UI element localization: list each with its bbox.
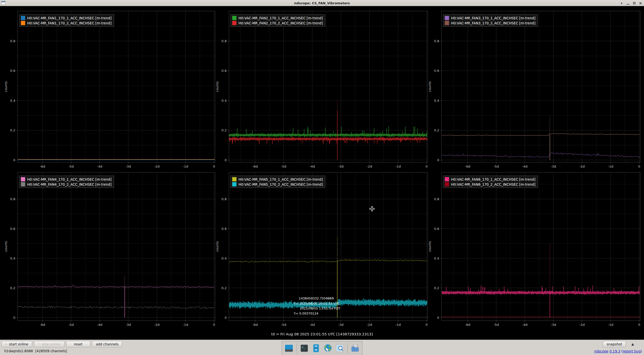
series-trace bbox=[18, 285, 214, 288]
svg-text:>_: >_ bbox=[302, 346, 305, 349]
plot-fan2[interactable]: 00.20.40.60.8-6d-5d-4d-3d-2d-1d0counts bbox=[215, 11, 428, 168]
add-channels-button[interactable]: add channels bbox=[92, 341, 122, 347]
y-axis-label: counts bbox=[428, 81, 432, 92]
y-tick-label: 0 bbox=[437, 158, 439, 162]
ndscope-window: ndscope: CS_FAN_Vibrometers ∧ × 00.20.40… bbox=[0, 0, 644, 355]
x-tick-label: -4d bbox=[97, 323, 102, 327]
file-cabinet-icon[interactable] bbox=[311, 343, 321, 353]
x-tick-label: -4d bbox=[522, 323, 528, 327]
series-trace bbox=[442, 285, 639, 295]
gridlines-major bbox=[18, 172, 215, 321]
y-tick-label: 0.8 bbox=[434, 197, 439, 201]
x-tick-label: 0 bbox=[213, 323, 215, 327]
panel-collapse-arrow-icon[interactable]: ▲ bbox=[631, 342, 634, 346]
x-tick-label: -2d bbox=[579, 323, 585, 327]
y-tick-label: 0.2 bbox=[434, 286, 439, 290]
version-line: ndscope 0.19.3 (report bug) bbox=[594, 349, 642, 353]
axis-labels: 00.20.40.60.8-6d-5d-4d-3d-2d-1d0counts bbox=[4, 39, 215, 168]
x-tick-label: -4d bbox=[310, 165, 315, 168]
plot-fan3[interactable]: 00.20.40.60.8-6d-5d-4d-3d-2d-1d0counts bbox=[428, 11, 640, 168]
plot-fan1[interactable]: 00.20.40.60.8-6d-5d-4d-3d-2d-1d0counts bbox=[4, 11, 215, 168]
series-trace bbox=[229, 126, 427, 137]
axis-labels: 00.20.40.60.8-6d-5d-4d-3d-2d-1d0counts bbox=[428, 197, 640, 327]
taskbar-separator bbox=[347, 343, 348, 353]
server-address: h1daqnds1:8088 bbox=[4, 349, 33, 353]
x-tick-label: 0 bbox=[213, 165, 215, 168]
gridlines-minor bbox=[441, 11, 640, 162]
x-tick-label: -3d bbox=[126, 323, 131, 327]
y-tick-label: 0 bbox=[437, 316, 439, 320]
x-tick-label: -2d bbox=[367, 323, 372, 327]
add-channels-label: add channels bbox=[96, 342, 118, 346]
x-tick-label: 0 bbox=[426, 323, 428, 327]
x-tick-label: -5d bbox=[68, 165, 74, 168]
ndscope-link[interactable]: ndscope bbox=[594, 349, 609, 353]
snapshot-button[interactable]: snapshot bbox=[603, 341, 626, 347]
screenshot-tool-icon[interactable] bbox=[335, 343, 345, 353]
gridlines-major bbox=[18, 11, 215, 162]
y-axis-label: counts bbox=[4, 241, 8, 252]
report-bug-link[interactable]: report bug bbox=[623, 349, 641, 353]
y-tick-label: 0.6 bbox=[434, 69, 439, 73]
y-tick-label: 0.6 bbox=[10, 69, 15, 73]
window-title: ndscope: CS_FAN_Vibrometers bbox=[0, 1, 644, 5]
play-icon: ▷ bbox=[5, 343, 7, 345]
x-tick-label: 0 bbox=[426, 165, 428, 168]
y-tick-label: 0.2 bbox=[10, 128, 15, 132]
taskbar-separator bbox=[297, 343, 297, 353]
y-tick-label: 0.6 bbox=[10, 227, 15, 231]
gridlines-major bbox=[441, 11, 640, 162]
y-tick-label: 0.4 bbox=[221, 99, 227, 103]
x-tick-label: -5d bbox=[281, 165, 286, 168]
svg-text:T= 2025/08/05 20:01:54 UTC: T= 2025/08/05 20:01:54 UTC bbox=[294, 302, 340, 306]
version-link[interactable]: 0.19.3 bbox=[610, 349, 620, 353]
y-tick-label: 0.2 bbox=[221, 128, 227, 132]
y-tick-label: 0.2 bbox=[434, 128, 439, 132]
axis-labels: 00.20.40.60.8-6d-5d-4d-3d-2d-1d0counts bbox=[215, 39, 428, 168]
snapshot-label: snapshot bbox=[607, 342, 622, 346]
maximize-icon[interactable] bbox=[632, 1, 636, 5]
y-tick-label: 0 bbox=[225, 158, 227, 162]
plot-fan6[interactable]: 00.20.40.60.8-6d-5d-4d-3d-2d-1d0counts bbox=[428, 172, 640, 327]
close-icon[interactable]: × bbox=[638, 1, 642, 5]
shade-window-icon[interactable]: ∧ bbox=[620, 1, 624, 5]
series-trace bbox=[229, 137, 427, 144]
plot-border bbox=[441, 172, 640, 321]
window-icon bbox=[1, 1, 6, 7]
terminal-icon[interactable]: >_ bbox=[299, 343, 310, 353]
gridlines-major bbox=[441, 172, 640, 321]
x-tick-label: -3d bbox=[551, 323, 556, 327]
server-status: h1daqnds1:8088 [428509 channels] bbox=[4, 349, 67, 353]
x-tick-label: 0 bbox=[638, 323, 640, 327]
y-axis-label: counts bbox=[428, 241, 432, 252]
reset-button[interactable]: reset bbox=[66, 341, 90, 347]
plot-fan5[interactable]: 1438459332.7559869T= 2025/08/05 20:01:54… bbox=[215, 172, 428, 327]
y-tick-label: 0.8 bbox=[221, 39, 227, 43]
start-online-button[interactable]: ▷ start online bbox=[2, 341, 32, 347]
x-tick-label: 0 bbox=[638, 165, 640, 168]
plots-canvas[interactable]: 00.20.40.60.8-6d-5d-4d-3d-2d-1d0counts00… bbox=[0, 0, 644, 340]
stop-icon: □ bbox=[38, 343, 40, 345]
x-tick-label: -5d bbox=[494, 165, 499, 168]
y-tick-label: 0.8 bbox=[10, 197, 15, 201]
y-tick-label: 0.4 bbox=[434, 257, 439, 260]
svg-text:2025/08/05 13:01:54 PDT: 2025/08/05 13:01:54 PDT bbox=[300, 307, 340, 310]
x-tick-label: -3d bbox=[338, 323, 343, 327]
series-trace bbox=[442, 153, 639, 158]
minimize-icon[interactable] bbox=[626, 1, 630, 5]
x-tick-label: -2d bbox=[154, 165, 159, 168]
taskbar-dock: >_ bbox=[282, 341, 363, 355]
y-tick-label: 0.6 bbox=[434, 227, 439, 231]
y-tick-label: 0.8 bbox=[434, 39, 439, 43]
file-manager-icon[interactable] bbox=[350, 343, 360, 353]
web-browser-icon[interactable] bbox=[323, 343, 333, 353]
y-tick-label: 0.4 bbox=[434, 99, 439, 103]
show-desktop-icon[interactable] bbox=[284, 343, 294, 353]
x-tick-label: -6d bbox=[465, 323, 470, 327]
t0-label: t0 = Fri Aug 08 2025 23:01:55 UTC [14387… bbox=[0, 332, 644, 336]
stop-online-button[interactable]: □ stop online bbox=[34, 341, 64, 347]
plot-fan4[interactable]: 00.20.40.60.8-6d-5d-4d-3d-2d-1d0counts bbox=[4, 172, 215, 327]
x-tick-label: -4d bbox=[97, 165, 102, 168]
titlebar: ndscope: CS_FAN_Vibrometers ∧ × bbox=[0, 0, 644, 6]
x-tick-label: -1d bbox=[183, 323, 188, 327]
